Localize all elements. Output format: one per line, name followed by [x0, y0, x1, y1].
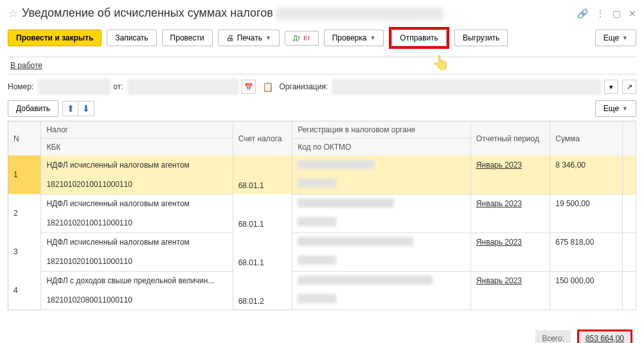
cell-sum: 8 346,00 [550, 155, 623, 175]
total-label: Всего: [535, 330, 571, 344]
cell-sum: 19 500,00 [550, 194, 623, 213]
org-input[interactable] [333, 80, 600, 94]
cell-period: Январь 2023 [470, 194, 550, 213]
number-input[interactable] [39, 80, 109, 94]
table-row[interactable]: 3НДФЛ исчисленный налоговым агентом68.01… [8, 233, 636, 252]
cell-oktmo [292, 213, 471, 233]
col-account: Счет налога [233, 121, 292, 156]
more-actions-button[interactable]: Еще▼ [595, 100, 636, 117]
col-kbk: КБК [41, 139, 233, 156]
cell-account: 68.01.1 [233, 233, 292, 271]
cell-kbk: 18210102010011000110 [41, 175, 233, 194]
table-row[interactable]: 18210102010011000110 [8, 175, 636, 194]
close-icon[interactable]: ✕ [629, 8, 636, 19]
move-down-button[interactable]: ⬇ [78, 101, 94, 116]
tax-table: N Налог Счет налога Регистрация в налого… [8, 121, 636, 310]
move-up-button[interactable]: ⬆ [63, 101, 78, 116]
cell-account: 68.01.1 [233, 155, 292, 194]
cell-tax: НДФЛ с доходов свыше предельной величин.… [41, 271, 233, 290]
cell-n: 3 [8, 233, 41, 271]
table-row[interactable]: 1НДФЛ исчисленный налоговым агентом68.01… [8, 155, 636, 175]
status-in-work[interactable]: В работе [10, 61, 42, 70]
print-button[interactable]: 🖨Печать▼ [218, 30, 280, 46]
cell-oktmo [292, 290, 471, 310]
cell-period: Январь 2023 [470, 233, 550, 252]
favorite-star-icon[interactable]: ☆ [8, 6, 18, 21]
col-registration: Регистрация в налоговом органе [292, 121, 471, 139]
col-period: Отчетный период [470, 121, 550, 156]
calendar-icon: 📅 [244, 83, 253, 91]
cell-sum: 675 818,00 [550, 233, 623, 252]
more-toolbar-button[interactable]: Еще▼ [595, 30, 636, 46]
arrow-up-icon: ⬆ [67, 103, 75, 114]
org-icon: 📋 [262, 82, 273, 92]
cell-n: 4 [8, 271, 41, 310]
col-sum: Сумма [550, 121, 623, 156]
check-button[interactable]: Проверка▼ [324, 30, 384, 46]
printer-icon: 🖨 [226, 33, 234, 42]
link-icon[interactable]: 🔗 [577, 8, 588, 19]
table-row[interactable]: 4НДФЛ с доходов свыше предельной величин… [8, 271, 636, 290]
cell-kbk: 18210102010011000110 [41, 252, 233, 271]
col-n: N [8, 121, 41, 156]
arrow-down-icon: ⬇ [82, 103, 90, 114]
table-row[interactable]: 18210102010011000110 [8, 252, 636, 271]
cell-account: 68.01.1 [233, 194, 292, 233]
from-label: от: [113, 82, 123, 91]
cell-n: 1 [8, 155, 41, 194]
total-value[interactable]: 853 664,00 [577, 330, 632, 344]
cell-tax: НДФЛ исчисленный налоговым агентом [41, 233, 233, 252]
org-dropdown-button[interactable]: ▾ [604, 80, 618, 94]
save-button[interactable]: Записать [107, 30, 156, 46]
add-button[interactable]: Добавить [8, 100, 58, 117]
options-icon[interactable]: ⋮ [596, 8, 605, 19]
window-title: Уведомление об исчисленных суммах налого… [22, 6, 577, 20]
cell-tax: НДФЛ исчисленный налоговым агентом [41, 155, 233, 175]
table-row[interactable]: 18210102080011000110 [8, 290, 636, 310]
calendar-button[interactable]: 📅 [242, 80, 256, 94]
submit-button[interactable]: Провести [162, 30, 213, 46]
cell-n: 2 [8, 194, 41, 233]
cell-period: Январь 2023 [470, 155, 550, 175]
org-label: Организация: [280, 82, 328, 91]
maximize-icon[interactable]: ▢ [613, 8, 621, 19]
cell-registration [292, 233, 471, 252]
dtkt-button[interactable]: ДтКт [285, 31, 319, 46]
submit-and-close-button[interactable]: Провести и закрыть [8, 30, 102, 46]
table-row[interactable]: 18210102010011000110 [8, 213, 636, 233]
cell-kbk: 18210102080011000110 [41, 290, 233, 310]
cell-oktmo [292, 252, 471, 271]
cell-registration [292, 155, 471, 175]
cell-kbk: 18210102010011000110 [41, 213, 233, 233]
col-tax: Налог [41, 121, 233, 139]
cell-sum: 150 000,00 [550, 271, 623, 290]
cell-period: Январь 2023 [470, 271, 550, 290]
export-button[interactable]: Выгрузить [454, 30, 508, 46]
cell-registration [292, 194, 471, 213]
cell-account: 68.01.2 [233, 271, 292, 310]
send-highlight: Отправить [389, 27, 449, 49]
col-oktmo: Код по ОКТМО [292, 139, 471, 156]
table-row[interactable]: 2НДФЛ исчисленный налоговым агентом68.01… [8, 194, 636, 213]
send-button[interactable]: Отправить [391, 30, 447, 46]
org-open-button[interactable]: ↗ [622, 80, 636, 94]
date-input[interactable] [129, 80, 238, 94]
number-label: Номер: [8, 82, 33, 91]
cell-registration [292, 271, 471, 290]
cell-oktmo [292, 175, 471, 194]
cell-tax: НДФЛ исчисленный налоговым агентом [41, 194, 233, 213]
